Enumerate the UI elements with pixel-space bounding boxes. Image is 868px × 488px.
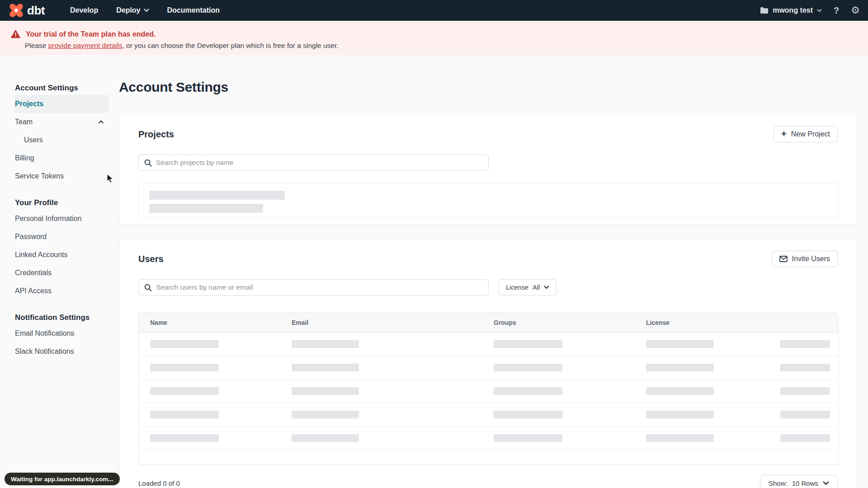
- projects-card-title: Projects: [138, 129, 174, 140]
- sidebar-item-team[interactable]: Team: [14, 113, 108, 131]
- skeleton-bar: [292, 340, 359, 348]
- skeleton-bar: [292, 411, 359, 418]
- sidebar-item-projects[interactable]: Projects: [14, 95, 108, 113]
- sidebar-item-linked-accounts[interactable]: Linked Accounts: [14, 246, 108, 264]
- sidebar-item-billing[interactable]: Billing: [14, 149, 108, 167]
- sidebar-item-team-label: Team: [15, 113, 33, 131]
- skeleton-bar: [780, 364, 830, 371]
- plus-icon: +: [781, 129, 787, 138]
- warning-icon: [11, 30, 20, 38]
- top-navigation-bar: dbt Develop Deploy Documentation mwong t…: [0, 0, 868, 21]
- invite-users-button[interactable]: Invite Users: [772, 251, 838, 267]
- nav-item-documentation[interactable]: Documentation: [167, 6, 220, 14]
- license-filter-value: All: [533, 284, 540, 291]
- folder-icon: [760, 7, 769, 14]
- trial-ended-banner: Your trial of the Team plan has ended. P…: [0, 21, 868, 55]
- page-title: Account Settings: [119, 80, 857, 95]
- users-table: Name Email Groups License: [138, 313, 839, 465]
- sidebar-item-email-notifications[interactable]: Email Notifications: [14, 324, 108, 343]
- dbt-logo[interactable]: dbt: [8, 2, 45, 19]
- users-card: Users Invite Users License All: [119, 239, 857, 488]
- envelope-icon: [779, 256, 788, 262]
- show-value: 10 Rows: [792, 479, 818, 487]
- column-header-name: Name: [139, 319, 292, 326]
- sidebar-item-api-access[interactable]: API Access: [14, 282, 108, 300]
- skeleton-bar: [494, 340, 562, 348]
- sidebar-item-service-tokens[interactable]: Service Tokens: [14, 167, 108, 185]
- banner-body-prefix: Please: [25, 42, 48, 49]
- chevron-down-icon: [144, 9, 149, 12]
- sidebar-heading-your-profile: Your Profile: [14, 196, 108, 210]
- sidebar-item-users[interactable]: Users: [14, 131, 108, 149]
- skeleton-bar: [494, 411, 562, 418]
- sidebar-item-slack-notifications[interactable]: Slack Notifications: [14, 343, 108, 361]
- projects-card: Projects + New Project: [119, 114, 857, 225]
- table-row-skeleton: [139, 380, 838, 403]
- nav-item-develop[interactable]: Develop: [70, 6, 98, 14]
- skeleton-bar: [149, 191, 285, 200]
- users-table-header: Name Email Groups License: [139, 313, 838, 333]
- mouse-cursor: [107, 174, 113, 183]
- skeleton-bar: [150, 364, 219, 371]
- skeleton-bar: [780, 387, 830, 395]
- skeleton-bar: [292, 364, 359, 371]
- search-icon: [144, 159, 152, 167]
- users-search-input[interactable]: [156, 283, 483, 291]
- table-row-skeleton: [139, 403, 838, 427]
- banner-body: Please provide payment details, or you c…: [25, 42, 857, 50]
- banner-body-suffix: , or you can choose the Developer plan w…: [122, 42, 338, 49]
- skeleton-bar: [646, 364, 714, 371]
- new-project-button[interactable]: + New Project: [774, 126, 838, 142]
- skeleton-bar: [494, 364, 562, 371]
- nav-right-group: mwong test ? ⚙: [760, 5, 860, 15]
- dbt-logo-icon: [8, 2, 24, 19]
- license-filter-dropdown[interactable]: License All: [499, 279, 557, 296]
- new-project-label: New Project: [791, 130, 830, 138]
- settings-sidebar: Account Settings Projects Team Users Bil…: [14, 81, 108, 361]
- show-rows-dropdown[interactable]: Show: 10 Rows: [760, 475, 838, 488]
- gear-icon[interactable]: ⚙: [851, 5, 860, 15]
- table-row-skeleton: [139, 356, 838, 380]
- loaded-status: Loaded 0 of 0: [138, 479, 180, 487]
- main-content: Account Settings Projects + New Project …: [119, 55, 857, 488]
- skeleton-bar: [780, 340, 830, 348]
- projects-search-input[interactable]: [156, 159, 483, 167]
- nav-menu: Develop Deploy Documentation: [70, 6, 220, 14]
- skeleton-bar: [150, 387, 219, 395]
- skeleton-bar: [149, 204, 263, 213]
- skeleton-bar: [494, 434, 562, 442]
- table-row-skeleton: [139, 333, 838, 356]
- skeleton-bar: [646, 411, 714, 418]
- payment-details-link[interactable]: provide payment details: [48, 42, 123, 49]
- help-icon[interactable]: ?: [834, 6, 839, 15]
- account-name: mwong test: [773, 6, 813, 14]
- banner-title: Your trial of the Team plan has ended.: [26, 30, 156, 38]
- account-switcher[interactable]: mwong test: [760, 6, 822, 14]
- sidebar-item-personal-information[interactable]: Personal Information: [14, 210, 108, 228]
- skeleton-bar: [292, 387, 359, 395]
- skeleton-bar: [780, 411, 830, 418]
- invite-users-label: Invite Users: [792, 255, 830, 263]
- projects-loading-skeleton: [138, 183, 839, 218]
- browser-status-bubble: Waiting for app.launchdarkly.com...: [5, 473, 120, 485]
- chevron-down-icon: [544, 286, 549, 289]
- projects-search: [138, 155, 489, 171]
- sidebar-item-password[interactable]: Password: [14, 228, 108, 246]
- nav-item-deploy[interactable]: Deploy: [116, 6, 149, 14]
- skeleton-bar: [150, 434, 219, 442]
- search-icon: [144, 284, 152, 291]
- sidebar-item-credentials[interactable]: Credentials: [14, 264, 108, 282]
- skeleton-bar: [150, 411, 219, 418]
- skeleton-bar: [646, 340, 714, 348]
- chevron-up-icon: [98, 120, 104, 124]
- skeleton-bar: [494, 387, 562, 395]
- skeleton-bar: [292, 434, 359, 442]
- users-search: [138, 279, 489, 296]
- skeleton-bar: [150, 340, 219, 348]
- skeleton-bar: [646, 434, 714, 442]
- nav-item-deploy-label: Deploy: [116, 6, 140, 14]
- chevron-down-icon: [817, 9, 822, 12]
- skeleton-bar: [780, 434, 830, 442]
- column-header-groups: Groups: [494, 319, 646, 326]
- brand-text: dbt: [27, 5, 45, 16]
